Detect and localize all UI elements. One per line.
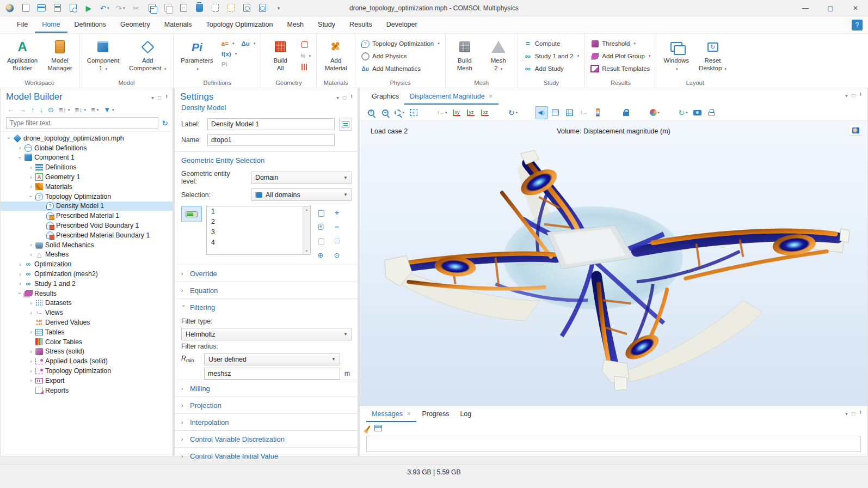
graphics-tab[interactable]: Displacement Magnitude✕ <box>404 89 498 105</box>
tree-expander[interactable] <box>17 261 23 267</box>
separator[interactable]: ▾ <box>635 107 647 119</box>
tree-item[interactable]: Global Definitions <box>1 143 173 153</box>
ribbon-tab[interactable]: Geometry <box>113 17 157 33</box>
paste-selection-icon[interactable] <box>315 235 326 246</box>
go-to-default-view-icon[interactable]: ▾ <box>436 107 448 119</box>
tree-item[interactable]: Topology Optimization <box>1 192 173 202</box>
settings-section-header[interactable]: ›Projection <box>175 397 358 413</box>
ribbon-tab[interactable]: Mesh <box>280 17 311 33</box>
run-icon[interactable]: ▶ <box>83 3 94 14</box>
reset-desktop-button[interactable]: ↻ ResetDesktop ▾ <box>695 36 730 74</box>
pin-panel-icon[interactable]: ╹ <box>350 95 353 101</box>
tree-expander[interactable] <box>17 145 23 151</box>
tree-item[interactable]: Derived Values <box>1 318 173 327</box>
help-icon[interactable]: ? <box>852 20 863 30</box>
ribbon-tab[interactable]: Materials <box>157 17 199 33</box>
variables-button[interactable]: a=▾Δu▾ <box>219 39 257 48</box>
tree-expander[interactable] <box>28 184 34 190</box>
filter-icon[interactable]: ▼ <box>103 106 110 114</box>
tree-item[interactable]: Component 1 <box>1 153 173 163</box>
settings-section-header[interactable]: ›Override <box>175 265 358 282</box>
messages-tab[interactable]: Progress✕ <box>416 406 454 422</box>
settings-section-header[interactable]: ›Interpolation <box>175 414 358 430</box>
save-as-icon[interactable] <box>67 3 78 14</box>
tree-item[interactable]: Stress (solid) <box>1 347 173 357</box>
messages-tab[interactable]: Messages✕ <box>366 406 416 422</box>
selection-list[interactable]: 1234 ▴▾ <box>206 206 311 255</box>
selection-list-item[interactable]: 3 <box>211 228 301 239</box>
rename-button[interactable] <box>339 118 352 131</box>
cut-icon[interactable]: ✂ <box>131 3 141 14</box>
show-selection-icon[interactable]: ⊙ <box>331 249 342 260</box>
refresh-icon[interactable]: ↻ <box>162 119 168 127</box>
tree-expander[interactable] <box>28 300 34 306</box>
float-panel-icon[interactable]: □ <box>852 411 855 417</box>
search-document-icon[interactable] <box>257 3 268 14</box>
tree-item[interactable]: Definitions <box>1 162 173 172</box>
minimize-icon[interactable]: — <box>793 0 818 16</box>
selection-list-item[interactable]: 2 <box>211 218 301 228</box>
pin-panel-icon[interactable]: ╹ <box>859 411 862 417</box>
axes-icon[interactable]: ▾ <box>578 107 590 119</box>
tree-item[interactable]: Materials <box>1 182 173 192</box>
float-panel-icon[interactable]: □ <box>343 95 346 101</box>
grid-icon[interactable]: ▾ <box>564 107 576 119</box>
tree-item[interactable]: Optimization (mesh2) <box>1 269 173 279</box>
tree-expander[interactable] <box>28 349 34 355</box>
label-field[interactable] <box>207 118 335 130</box>
tree-item[interactable]: Solid Mechanics <box>1 240 173 250</box>
zoom-out-icon[interactable]: ▾ <box>379 107 391 119</box>
tree-expander[interactable] <box>28 174 34 180</box>
copy-selection-icon[interactable] <box>315 221 326 232</box>
active-toggle-button[interactable] <box>181 206 202 222</box>
entity-level-select[interactable]: Domain▼ <box>251 172 352 184</box>
add-physics-icon[interactable]: Add Physics▾ <box>359 51 442 62</box>
expand-icon[interactable]: ≡↑ <box>59 106 66 114</box>
parameters-button[interactable]: Pi Parameters▾ <box>177 36 217 74</box>
build-all-button[interactable]: BuildAll <box>264 36 296 74</box>
filter-type-select[interactable]: Helmholtz▼ <box>181 328 352 340</box>
pin-panel-icon[interactable]: ╹ <box>165 95 168 101</box>
create-selection-icon[interactable] <box>315 207 326 218</box>
section-geometric-entity[interactable]: Geometric Entity Selection <box>175 152 358 168</box>
separator[interactable]: ▾ <box>606 107 618 119</box>
pin-panel-icon[interactable]: ╹ <box>859 93 862 99</box>
ribbon-tab[interactable]: Results <box>342 17 379 33</box>
print-icon[interactable]: ▾ <box>705 107 717 119</box>
component-button[interactable]: Component1 ▾ <box>83 36 123 74</box>
settings-section-header[interactable]: ›Milling <box>175 380 358 396</box>
ribbon-tab[interactable]: Developer <box>379 17 424 33</box>
ribbon-tab[interactable]: File <box>10 17 35 33</box>
result-templates-icon[interactable]: Result Templates▾ <box>588 63 652 74</box>
messages-output[interactable] <box>366 436 861 452</box>
move-up-icon[interactable]: ↑ <box>31 106 35 114</box>
comsol-logo-icon[interactable] <box>4 3 15 14</box>
paste-icon[interactable] <box>162 3 173 14</box>
tree-item[interactable]: Color Tables <box>1 337 173 347</box>
delete-icon[interactable] <box>194 3 205 14</box>
ribbon-tab[interactable]: Home <box>35 17 67 33</box>
appearance-icon[interactable]: ▾ <box>649 107 661 119</box>
build-mesh-button[interactable]: BuildMesh <box>449 36 481 74</box>
maximize-icon[interactable]: ▢ <box>818 0 843 16</box>
lock-view-icon[interactable]: ▾ <box>620 107 632 119</box>
tree-expander[interactable] <box>28 368 34 374</box>
selection-select[interactable]: All domains▼ <box>251 188 352 201</box>
tree-item[interactable]: Datasets <box>1 298 173 308</box>
tree-item[interactable]: Optimization <box>1 259 173 269</box>
tree-item[interactable]: Views <box>1 308 173 318</box>
save-icon[interactable] <box>52 3 63 14</box>
tree-item[interactable]: Topology Optimization <box>1 366 173 376</box>
add-mathematics-icon[interactable]: Add Mathematics▾ <box>359 63 442 74</box>
clear-selection-icon[interactable] <box>331 235 342 246</box>
settings-section-header[interactable]: ›Control Variable Discretization <box>175 431 358 447</box>
move-down-icon[interactable]: ↓ <box>40 106 44 114</box>
node-grouping-icon[interactable]: ≡ <box>91 106 95 114</box>
tree-expander[interactable] <box>28 193 34 199</box>
study-icon[interactable]: Study 1 and 2▾ <box>521 51 582 62</box>
panel-menu-icon[interactable]: ▾ <box>336 95 339 101</box>
tree-expander[interactable] <box>17 271 23 277</box>
close-icon[interactable]: ✕ <box>843 0 868 16</box>
panel-menu-icon[interactable]: ▾ <box>845 411 848 417</box>
back-icon[interactable]: ← <box>7 106 14 114</box>
